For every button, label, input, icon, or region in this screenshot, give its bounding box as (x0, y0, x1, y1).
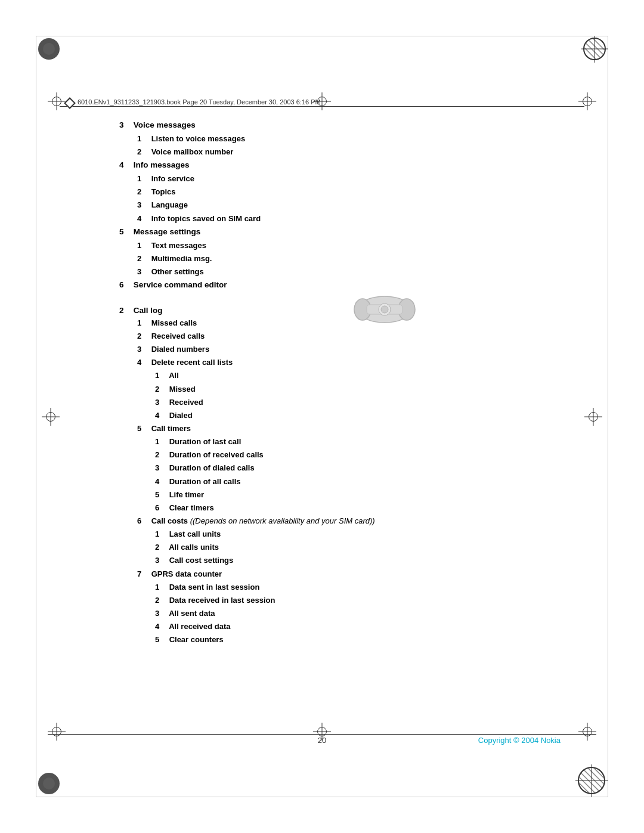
calllog-item-5-3: 3 Duration of dialed calls (155, 462, 572, 474)
svg-point-1 (43, 43, 55, 55)
calllog-item-6-3: 3 Call cost settings (155, 555, 572, 566)
calllog-item-4-4: 4 Dialed (155, 410, 572, 422)
footer-copyright: Copyright © 2004 Nokia (478, 736, 561, 745)
menu-item-3-1: 1 Listen to voice messages (137, 133, 572, 145)
calllog-item-5-2: 2 Duration of received calls (155, 449, 572, 461)
regmark-bottom-left (48, 723, 66, 741)
regmark-top-right (578, 92, 596, 110)
trim-top (36, 36, 608, 36)
phone-svg (352, 287, 417, 329)
regmark-left-middle (42, 408, 60, 426)
calllog-item-6-1: 1 Last call units (155, 528, 572, 540)
calllog-item-7-4: 4 All received data (155, 621, 572, 633)
calllog-item-7: 7 GPRS data counter (137, 568, 572, 580)
trim-left (36, 36, 36, 797)
calllog-item-7-1: 1 Data sent in last session (155, 581, 572, 593)
regmark-bottom-center (313, 723, 331, 741)
phone-image-container (352, 287, 417, 333)
calllog-item-7-5: 5 Clear counters (155, 634, 572, 646)
calllog-item-7-3: 3 All sent data (155, 608, 572, 620)
corner-decor-bottom-right (575, 764, 608, 797)
calllog-item-5-4: 4 Duration of all calls (155, 476, 572, 488)
menu-item-5-2: 2 Multimedia msg. (137, 253, 572, 265)
header-text: 6010.ENv1_9311233_121903.book Page 20 Tu… (78, 98, 321, 106)
menu-item-4: 4 Info messages (119, 159, 572, 172)
menu-item-6: 6 Service command editor (119, 279, 572, 292)
menu-item-4-3: 3 Language (137, 199, 572, 211)
calllog-item-4-2: 2 Missed (155, 383, 572, 395)
calllog-item-7-2: 2 Data received in last session (155, 594, 572, 606)
regmark-right-middle (584, 408, 602, 426)
calllog-item-5-6: 6 Clear timers (155, 502, 572, 514)
calllog-item-4-3: 3 Received (155, 397, 572, 408)
menu-item-5-1: 1 Text messages (137, 240, 572, 252)
calllog-item-5-5: 5 Life timer (155, 489, 572, 501)
corner-decor-top-right (581, 36, 608, 63)
calllog-item-4: 4 Delete recent call lists (137, 357, 572, 368)
calllog-item-5: 5 Call timers (137, 423, 572, 435)
corner-decor-top-left (36, 36, 63, 63)
menu-item-4-4: 4 Info topics saved on SIM card (137, 213, 572, 225)
menu-item-4-2: 2 Topics (137, 186, 572, 198)
page: 6010.ENv1_9311233_121903.book Page 20 Tu… (0, 0, 644, 833)
menu-item-3-2: 2 Voice mailbox number (137, 146, 572, 158)
header-diamond (64, 97, 76, 109)
regmark-top-left (48, 92, 66, 110)
calllog-item-6-2: 2 All calls units (155, 541, 572, 553)
trim-right (608, 36, 608, 797)
menu-item-5: 5 Message settings (119, 226, 572, 239)
calllog-item-6: 6 Call costs ((Depends on network availa… (137, 515, 572, 527)
calllog-num-label: 2 Call log (119, 305, 163, 317)
main-content: 3 Voice messages 1 Listen to voice messa… (119, 119, 572, 647)
svg-point-13 (43, 778, 55, 789)
regmark-top-center (313, 92, 331, 110)
menu-item-4-1: 1 Info service (137, 173, 572, 185)
trim-bottom (36, 797, 608, 797)
corner-decor-bottom-left (36, 770, 63, 797)
svg-point-30 (381, 306, 388, 313)
menu-item-3: 3 Voice messages (119, 119, 572, 132)
calllog-header-row: 2 Call log (119, 305, 572, 317)
regmark-bottom-right (578, 723, 596, 741)
menu-item-5-3: 3 Other settings (137, 266, 572, 278)
calllog-item-3: 3 Dialed numbers (137, 343, 572, 355)
calllog-item-5-1: 1 Duration of last call (155, 436, 572, 448)
calllog-item-4-1: 1 All (155, 370, 572, 382)
